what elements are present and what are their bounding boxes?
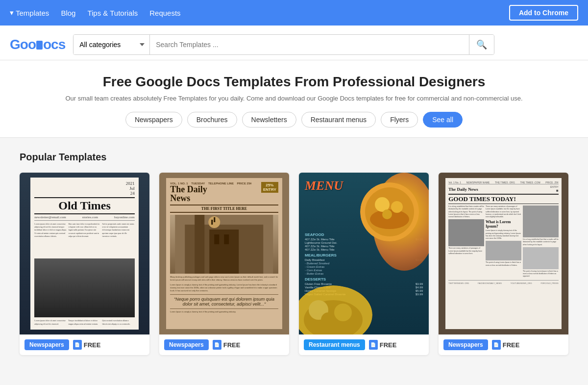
nav-blog-label: Blog [61,9,75,17]
tag-newspapers-2[interactable]: Newspapers [164,339,209,350]
header-section: Gooocs All categories Newspapers Brochur… [0,26,588,60]
add-to-chrome-button[interactable]: Add to Chrome [509,5,578,21]
free-label-4: 📄 FREE [492,340,520,350]
pill-restaurant-menus[interactable]: Restaurant menus [301,112,376,128]
logo-text2: ocs [43,37,65,52]
free-label-2: 📄 FREE [213,340,241,350]
template-thumb-3: MENU Seafood 407 ZZe St. Menu Title$4.99… [299,173,429,334]
navbar: ▾ Templates Blog Tips & Tutorials Reques… [0,0,588,26]
nav-blog[interactable]: Blog [61,9,75,17]
nav-tips-label: Tips & Tutorials [87,9,138,17]
doc-icon-1: 📄 [73,340,82,350]
pill-newsletters[interactable]: Newsletters [242,112,296,128]
templates-grid: 2021Jul24 Old Times newsletter@email.com… [20,173,568,355]
svg-point-14 [382,209,392,219]
doc-icon-4: 📄 [492,340,501,350]
svg-rect-7 [211,220,213,225]
svg-rect-2 [195,215,204,274]
svg-rect-4 [214,234,219,244]
pill-newspapers[interactable]: Newspapers [125,112,182,128]
pill-flyers[interactable]: Flyers [381,112,418,128]
section-title: Popular Templates [20,152,568,163]
add-to-chrome-label: Add to Chrome [519,9,568,17]
template-footer-2: Newspapers 📄 FREE [159,334,289,355]
template-card-4[interactable]: Vol. 1 No. 1 NEWSPAPER NAME THE TIMES .O… [439,173,568,355]
tag-newspapers-4[interactable]: Newspapers [443,339,488,350]
template-card-3[interactable]: MENU Seafood 407 ZZe St. Menu Title$4.99… [299,173,429,355]
search-input[interactable] [150,35,469,54]
svg-rect-5 [224,234,229,244]
svg-point-18 [334,304,352,321]
template-card-1[interactable]: 2021Jul24 Old Times newsletter@email.com… [20,173,149,355]
logo-text: Goo [10,37,36,52]
svg-rect-8 [214,217,215,222]
search-container: All categories Newspapers Brochures News… [73,34,494,55]
hero-title: Free Google Docs Templates From Professi… [10,74,578,90]
hero-subtitle: Our small team creates absolutely Free T… [10,95,578,102]
doc-icon-2: 📄 [213,340,221,350]
category-pills: Newspapers Brochures Newsletters Restaur… [10,112,578,128]
tag-restaurant-3[interactable]: Restaurant menus [304,339,365,350]
search-icon: 🔍 [476,40,487,50]
nav-templates-label: Templates [16,9,49,17]
free-label-3: 📄 FREE [369,340,397,350]
hero-section: Free Google Docs Templates From Professi… [0,60,588,138]
nav-requests-label: Requests [149,9,180,17]
pill-see-all[interactable]: See all [423,112,463,128]
template-thumb-1: 2021Jul24 Old Times newsletter@email.com… [20,173,149,334]
nav-tips[interactable]: Tips & Tutorials [87,9,138,17]
svg-point-13 [391,201,403,213]
dropdown-arrow-icon: ▾ [10,8,14,17]
template-footer-3: Restaurant menus 📄 FREE [299,334,429,355]
template-footer-4: Newspapers 📄 FREE [439,334,568,355]
tag-newspapers-1[interactable]: Newspapers [24,339,69,350]
template-thumb-4: Vol. 1 No. 1 NEWSPAPER NAME THE TIMES .O… [439,173,568,334]
nav-templates[interactable]: ▾ Templates [10,8,49,17]
template-card-2[interactable]: VOL. 1 NO. 1 TUESDAY TELEPHONE LINE PRIC… [159,173,289,355]
logo[interactable]: Gooocs [10,37,65,52]
doc-icon-3: 📄 [369,340,378,350]
category-select[interactable]: All categories Newspapers Brochures News… [74,35,150,54]
main-content: Popular Templates 2021Jul24 Old Times ne… [10,138,578,369]
template-thumb-2: VOL. 1 NO. 1 TUESDAY TELEPHONE LINE PRIC… [159,173,289,334]
pill-brochures[interactable]: Brochures [187,112,237,128]
logo-rect-icon [36,41,43,50]
svg-point-19 [321,312,336,327]
free-label-1: 📄 FREE [73,340,101,350]
template-footer-1: Newspapers 📄 FREE [20,334,149,355]
search-button[interactable]: 🔍 [469,35,494,54]
nav-requests[interactable]: Requests [149,9,180,17]
